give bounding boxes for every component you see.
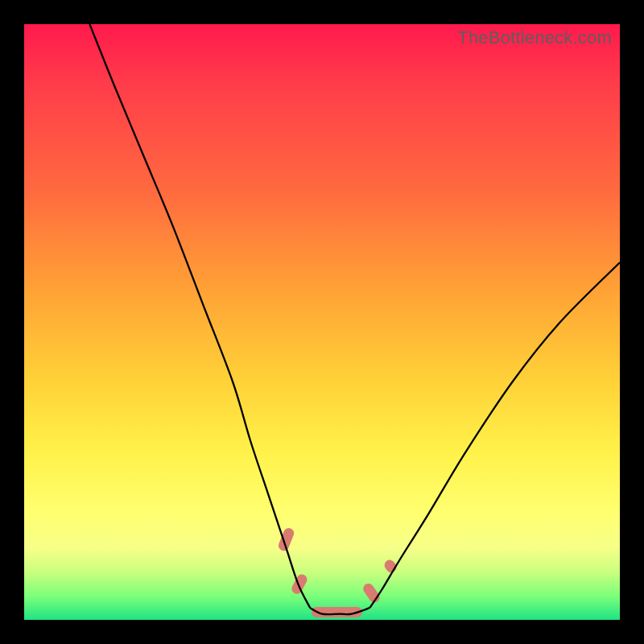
chart-frame: TheBottleneck.com: [0, 0, 644, 644]
left-curve: [89, 24, 310, 608]
chart-plot-area: TheBottleneck.com: [24, 24, 620, 620]
plateau-markers-group: [277, 526, 398, 617]
chart-svg: [24, 24, 620, 620]
plateau-marker: [290, 572, 309, 596]
right-curve: [369, 262, 620, 608]
